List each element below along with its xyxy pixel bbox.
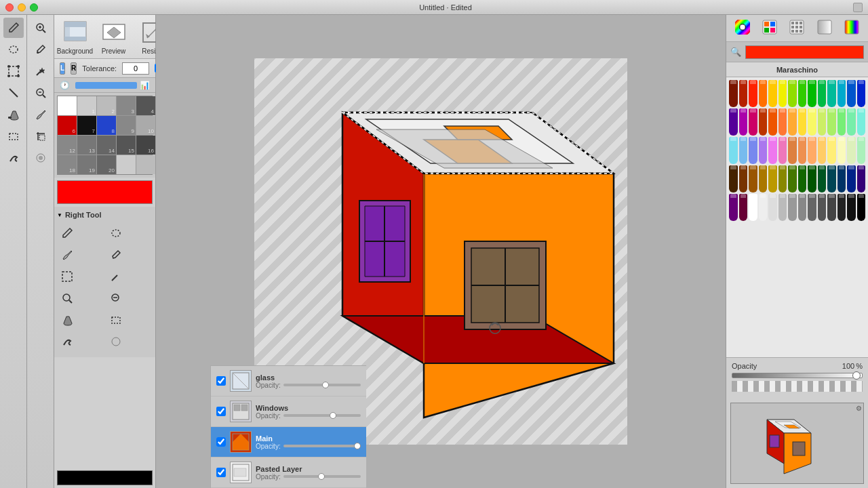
crayon-3-1[interactable] [739, 165, 748, 192]
minimize-button[interactable] [18, 3, 26, 12]
rt-pencil[interactable] [57, 223, 77, 243]
rt-brush[interactable] [57, 245, 77, 265]
tool-zoom-in[interactable] [31, 18, 51, 38]
crayon-0-3[interactable] [759, 80, 768, 107]
opacity-slider[interactable] [732, 373, 863, 378]
tool-zoom-out[interactable] [31, 83, 51, 103]
layer-windows-visibility[interactable] [216, 407, 226, 416]
tool-lasso[interactable] [3, 39, 24, 60]
crayon-1-0[interactable] [729, 108, 738, 136]
crayon-4-11[interactable] [837, 194, 846, 221]
crayon-4-9[interactable] [818, 194, 827, 221]
swatch-20[interactable]: 20 [97, 155, 116, 174]
tool-brush[interactable] [31, 104, 51, 125]
crayon-4-10[interactable] [827, 194, 836, 221]
crayon-4-12[interactable] [847, 194, 856, 221]
crayon-0-5[interactable] [778, 80, 787, 107]
crayon-2-11[interactable] [837, 137, 846, 164]
mini-preview-close-icon[interactable]: ⚙ [856, 405, 862, 412]
swatch-15[interactable]: 15 [117, 136, 136, 155]
rt-zoom2[interactable] [57, 288, 77, 308]
swatch-extra2[interactable] [136, 155, 155, 174]
tool-rect-select[interactable] [3, 126, 24, 146]
crayon-1-6[interactable] [788, 108, 797, 136]
search-icon[interactable]: 🔍 [730, 47, 741, 57]
tool-transform[interactable] [3, 61, 24, 81]
crayon-3-6[interactable] [788, 165, 797, 192]
crayon-2-5[interactable] [778, 137, 787, 164]
crayon-0-10[interactable] [827, 80, 836, 107]
crayon-1-2[interactable] [749, 108, 757, 136]
crayon-3-3[interactable] [759, 165, 768, 192]
crayon-0-8[interactable] [808, 80, 816, 107]
rt-eyedropper[interactable] [106, 245, 126, 265]
tool-magic-wand[interactable] [31, 61, 51, 81]
crayon-4-5[interactable] [778, 194, 787, 221]
crayon-4-2[interactable] [749, 194, 757, 221]
rt-blur2[interactable] [106, 331, 126, 352]
crayon-1-7[interactable] [798, 108, 807, 136]
crayon-3-9[interactable] [818, 165, 827, 192]
rt-transform2[interactable] [57, 266, 77, 287]
pattern-icon[interactable] [788, 18, 806, 39]
layer-glass-visibility[interactable] [216, 376, 226, 386]
crayon-2-3[interactable] [759, 137, 768, 164]
swatch-3[interactable]: 3 [117, 96, 136, 115]
r-button[interactable]: R [71, 62, 77, 75]
crayon-2-8[interactable] [808, 137, 816, 164]
tolerance-input[interactable]: 0 [122, 62, 149, 75]
tool-smudge[interactable] [3, 148, 24, 168]
crayon-3-7[interactable] [798, 165, 807, 192]
crayon-4-6[interactable] [788, 194, 797, 221]
tool-line[interactable] [3, 83, 24, 103]
layer-windows-slider[interactable] [283, 414, 361, 417]
swatch-0[interactable]: 0 [58, 96, 77, 115]
crayon-4-0[interactable] [729, 194, 738, 221]
rt-lasso[interactable] [106, 223, 126, 243]
crayon-0-6[interactable] [788, 80, 797, 107]
crayon-1-5[interactable] [778, 108, 787, 136]
rt-paint-bucket2[interactable] [57, 310, 77, 330]
layer-pasted[interactable]: Pasted Layer Opacity: [211, 458, 366, 488]
swatch-4[interactable]: 4 [136, 96, 155, 115]
crayon-2-12[interactable] [847, 137, 856, 164]
tool-paint-bucket[interactable] [3, 104, 24, 125]
crayon-4-8[interactable] [808, 194, 816, 221]
layer-pasted-slider[interactable] [283, 475, 361, 478]
rt-zoomout2[interactable] [106, 288, 126, 308]
swatch-12[interactable]: 12 [58, 136, 77, 155]
swatch-1[interactable]: 1 [77, 96, 96, 115]
crayon-3-4[interactable] [768, 165, 777, 192]
crayon-1-13[interactable] [857, 108, 866, 136]
toolbar-background[interactable]: Background [60, 19, 90, 55]
gradient-icon[interactable] [816, 18, 833, 39]
crayon-2-1[interactable] [739, 137, 748, 164]
crayon-1-11[interactable] [837, 108, 846, 136]
crayon-3-13[interactable] [857, 165, 866, 192]
crayon-2-10[interactable] [827, 137, 836, 164]
crayon-0-1[interactable] [739, 80, 748, 107]
window-resize-button[interactable] [853, 3, 863, 12]
layer-main[interactable]: Main Opacity: [211, 427, 366, 458]
swatch-14[interactable]: 14 [97, 136, 116, 155]
opacity-slider-handle[interactable] [852, 371, 861, 380]
crayon-0-2[interactable] [749, 80, 757, 107]
layer-main-slider[interactable] [283, 445, 361, 447]
crayon-0-4[interactable] [768, 80, 777, 107]
tool-crop[interactable] [31, 126, 51, 146]
crayon-3-5[interactable] [778, 165, 787, 192]
swatch-19[interactable]: 19 [77, 155, 96, 174]
crayon-0-0[interactable] [729, 80, 738, 107]
tool-pencil[interactable] [3, 18, 24, 38]
spectrum-icon[interactable] [843, 18, 861, 39]
swatch-10[interactable]: 10 [136, 116, 155, 135]
right-tool-triangle[interactable]: ▼ [57, 212, 62, 218]
crayon-0-7[interactable] [798, 80, 807, 107]
rt-smudge2[interactable] [57, 331, 77, 352]
layer-glass[interactable]: glass Opacity: [211, 366, 366, 396]
crayon-2-0[interactable] [729, 137, 738, 164]
swatch-18[interactable]: 18 [58, 155, 77, 174]
toolbar-preview[interactable]: Preview [98, 19, 129, 55]
bottom-color-swatch[interactable] [57, 470, 153, 485]
crayon-0-13[interactable] [857, 80, 866, 107]
